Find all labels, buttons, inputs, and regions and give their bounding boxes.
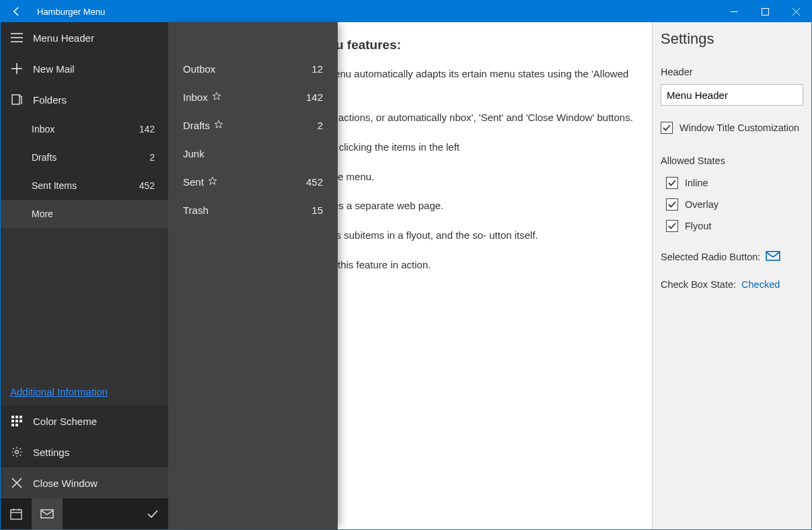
folder-label: Drafts bbox=[32, 152, 149, 163]
checkbox-state-label: Check Box State: bbox=[661, 279, 736, 290]
minimize-button[interactable] bbox=[718, 1, 749, 22]
settings-title: Settings bbox=[661, 30, 803, 48]
flyout-item-label: Sent bbox=[183, 176, 301, 188]
svg-rect-19 bbox=[11, 510, 22, 519]
additional-info-link[interactable]: Additional Information bbox=[10, 386, 108, 398]
flyout-item-count: 2 bbox=[318, 120, 323, 131]
folder-label: Sent Items bbox=[32, 180, 139, 191]
star-icon bbox=[212, 91, 221, 103]
header-input[interactable] bbox=[661, 84, 803, 106]
checkbox-icon bbox=[666, 220, 678, 232]
sidebar-spacer bbox=[1, 228, 168, 378]
maximize-button[interactable] bbox=[749, 1, 780, 22]
star-icon bbox=[214, 120, 223, 131]
folder-sent-items[interactable]: Sent Items 452 bbox=[32, 172, 168, 200]
flyout-item-label: Outbox bbox=[183, 63, 306, 75]
flyout-item-count: 12 bbox=[311, 63, 323, 75]
flyout-item-label: Trash bbox=[183, 204, 306, 216]
color-scheme-label: Color Scheme bbox=[33, 416, 159, 427]
mail-icon bbox=[766, 251, 780, 263]
close-button[interactable] bbox=[780, 1, 811, 22]
window-title-label: Window Title Customization bbox=[679, 122, 799, 133]
checkbox-icon bbox=[666, 198, 678, 211]
svg-rect-13 bbox=[11, 420, 14, 422]
folders-label: Folders bbox=[33, 94, 159, 106]
new-mail-label: New Mail bbox=[33, 63, 159, 75]
mail-button[interactable] bbox=[32, 498, 63, 529]
flyout-item[interactable]: Outbox12 bbox=[168, 54, 338, 83]
svg-rect-15 bbox=[20, 420, 22, 422]
window-title: Hamburger Menu bbox=[33, 7, 718, 17]
flyout-item[interactable]: Sent452 bbox=[168, 167, 338, 196]
state-overlay-checkbox[interactable]: Overlay bbox=[661, 196, 803, 213]
state-label: Overlay bbox=[685, 199, 718, 210]
svg-rect-10 bbox=[11, 416, 14, 418]
star-icon bbox=[208, 176, 217, 188]
svg-rect-11 bbox=[15, 416, 18, 418]
plus-icon bbox=[10, 63, 24, 74]
flyout-item[interactable]: Junk bbox=[168, 139, 338, 167]
titlebar: Hamburger Menu bbox=[1, 1, 811, 22]
close-window-row[interactable]: Close Window bbox=[1, 467, 168, 498]
folder-count: 452 bbox=[139, 180, 155, 191]
svg-marker-33 bbox=[209, 177, 217, 184]
selected-radio-label: Selected Radio Button: bbox=[661, 252, 760, 262]
menu-header-row[interactable]: Menu Header bbox=[1, 22, 168, 53]
flyout-item[interactable]: Inbox142 bbox=[168, 83, 338, 111]
selected-radio-row: Selected Radio Button: bbox=[661, 251, 803, 263]
hamburger-icon bbox=[10, 33, 24, 42]
folders-icon bbox=[10, 94, 24, 105]
svg-rect-29 bbox=[41, 510, 53, 518]
flyout-item-label: Junk bbox=[183, 148, 318, 159]
additional-info-row: Additional Information bbox=[1, 378, 168, 406]
flyout-item-count: 15 bbox=[311, 204, 323, 216]
allowed-states-label: Allowed States bbox=[661, 155, 803, 166]
state-inline-checkbox[interactable]: Inline bbox=[661, 174, 803, 192]
svg-marker-32 bbox=[215, 120, 223, 128]
folder-inbox[interactable]: Inbox 142 bbox=[32, 115, 168, 143]
gear-icon bbox=[10, 446, 24, 458]
folder-more[interactable]: More bbox=[1, 200, 168, 228]
svg-rect-14 bbox=[15, 420, 18, 422]
checkbox-state-value: Checked bbox=[741, 279, 780, 290]
svg-rect-17 bbox=[15, 424, 18, 426]
settings-label: Settings bbox=[33, 447, 159, 458]
close-window-label: Close Window bbox=[33, 478, 159, 489]
accept-button[interactable] bbox=[137, 498, 168, 529]
calendar-button[interactable] bbox=[1, 498, 32, 529]
flyout-item-count: 452 bbox=[306, 176, 323, 188]
flyout-item[interactable]: Trash15 bbox=[168, 196, 338, 224]
settings-row[interactable]: Settings bbox=[1, 437, 168, 467]
grid-icon bbox=[10, 416, 24, 426]
window-title-checkbox-row[interactable]: Window Title Customization bbox=[661, 119, 803, 137]
back-button[interactable] bbox=[1, 1, 33, 22]
close-icon bbox=[10, 478, 24, 488]
checkbox-icon bbox=[661, 122, 673, 134]
checkbox-icon bbox=[666, 177, 678, 189]
flyout-item-label: Drafts bbox=[183, 120, 312, 131]
new-mail-button[interactable]: New Mail bbox=[1, 53, 168, 84]
state-flyout-checkbox[interactable]: Flyout bbox=[661, 217, 803, 235]
svg-rect-16 bbox=[11, 424, 14, 426]
svg-rect-1 bbox=[762, 8, 768, 15]
more-label: More bbox=[32, 209, 53, 219]
app-window: Hamburger Menu Menu Header New Mail bbox=[0, 0, 812, 530]
svg-rect-7 bbox=[12, 95, 20, 104]
color-scheme-row[interactable]: Color Scheme bbox=[1, 406, 168, 437]
folder-count: 142 bbox=[139, 124, 155, 135]
svg-rect-12 bbox=[20, 416, 22, 418]
more-flyout: Outbox12Inbox142Drafts2JunkSent452Trash1… bbox=[168, 22, 338, 529]
state-label: Flyout bbox=[685, 221, 712, 231]
checkbox-state-row: Check Box State: Checked bbox=[661, 279, 803, 290]
settings-panel: Settings Header Window Title Customizati… bbox=[652, 22, 811, 529]
folder-children: Inbox 142 Drafts 2 Sent Items 452 bbox=[1, 115, 168, 200]
svg-rect-30 bbox=[766, 252, 780, 260]
folder-drafts[interactable]: Drafts 2 bbox=[32, 143, 168, 172]
flyout-item[interactable]: Drafts2 bbox=[168, 111, 338, 139]
flyout-item-count: 142 bbox=[306, 91, 323, 103]
hamburger-sidebar: Menu Header New Mail Folders Inbox 142 bbox=[1, 22, 168, 529]
folders-row[interactable]: Folders bbox=[1, 84, 168, 115]
header-label: Header bbox=[661, 67, 803, 77]
folder-label: Inbox bbox=[32, 124, 139, 135]
bottom-strip bbox=[1, 498, 168, 529]
